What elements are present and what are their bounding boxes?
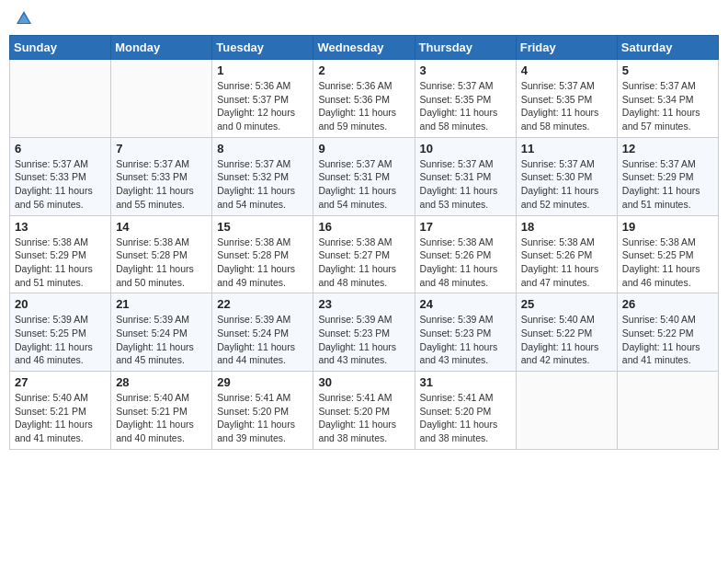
- day-number: 21: [116, 297, 207, 311]
- day-info: Sunrise: 5:37 AM Sunset: 5:33 PM Dayligh…: [15, 157, 106, 212]
- day-info: Sunrise: 5:39 AM Sunset: 5:23 PM Dayligh…: [420, 313, 511, 367]
- calendar-cell: 18 Sunrise: 5:38 AM Sunset: 5:26 PM Dayl…: [516, 215, 617, 293]
- day-info: Sunrise: 5:39 AM Sunset: 5:23 PM Dayligh…: [318, 313, 409, 367]
- calendar-cell: 10 Sunrise: 5:37 AM Sunset: 5:31 PM Dayl…: [415, 137, 516, 215]
- day-info: Sunrise: 5:38 AM Sunset: 5:28 PM Dayligh…: [116, 236, 207, 290]
- calendar-cell: 7 Sunrise: 5:37 AM Sunset: 5:33 PM Dayli…: [111, 137, 212, 215]
- day-info: Sunrise: 5:38 AM Sunset: 5:26 PM Dayligh…: [420, 236, 511, 290]
- calendar-cell: 29 Sunrise: 5:41 AM Sunset: 5:20 PM Dayl…: [212, 372, 313, 450]
- calendar-cell: 12 Sunrise: 5:37 AM Sunset: 5:29 PM Dayl…: [617, 137, 718, 215]
- day-number: 29: [217, 375, 308, 389]
- day-info: Sunrise: 5:39 AM Sunset: 5:25 PM Dayligh…: [15, 313, 106, 367]
- day-info: Sunrise: 5:41 AM Sunset: 5:20 PM Dayligh…: [217, 391, 308, 445]
- day-number: 12: [622, 142, 713, 155]
- day-info: Sunrise: 5:40 AM Sunset: 5:21 PM Dayligh…: [116, 391, 207, 445]
- weekday-header: Tuesday: [212, 36, 313, 60]
- calendar-cell: 21 Sunrise: 5:39 AM Sunset: 5:24 PM Dayl…: [111, 293, 212, 372]
- weekday-header: Saturday: [617, 36, 718, 60]
- calendar-week-row: 1 Sunrise: 5:36 AM Sunset: 5:37 PM Dayli…: [10, 60, 719, 138]
- day-number: 7: [116, 142, 207, 155]
- calendar-header-row: SundayMondayTuesdayWednesdayThursdayFrid…: [10, 36, 719, 60]
- calendar-cell: 6 Sunrise: 5:37 AM Sunset: 5:33 PM Dayli…: [10, 137, 111, 215]
- calendar-cell: 1 Sunrise: 5:36 AM Sunset: 5:37 PM Dayli…: [212, 60, 313, 138]
- day-info: Sunrise: 5:38 AM Sunset: 5:27 PM Dayligh…: [318, 236, 409, 290]
- day-number: 30: [318, 375, 409, 389]
- calendar-week-row: 27 Sunrise: 5:40 AM Sunset: 5:21 PM Dayl…: [10, 372, 719, 450]
- day-number: 31: [420, 375, 511, 389]
- day-info: Sunrise: 5:41 AM Sunset: 5:20 PM Dayligh…: [318, 391, 409, 445]
- day-number: 11: [521, 142, 612, 155]
- day-number: 2: [318, 63, 409, 77]
- day-info: Sunrise: 5:37 AM Sunset: 5:31 PM Dayligh…: [318, 157, 409, 212]
- day-number: 26: [622, 297, 713, 311]
- day-number: 16: [318, 220, 409, 234]
- day-number: 24: [420, 297, 511, 311]
- day-number: 9: [318, 142, 409, 155]
- calendar-cell: [516, 372, 617, 450]
- day-info: Sunrise: 5:36 AM Sunset: 5:36 PM Dayligh…: [318, 79, 409, 133]
- day-number: 6: [15, 142, 106, 155]
- day-number: 10: [420, 142, 511, 155]
- day-number: 23: [318, 297, 409, 311]
- day-number: 18: [521, 220, 612, 234]
- day-info: Sunrise: 5:37 AM Sunset: 5:35 PM Dayligh…: [420, 79, 511, 133]
- calendar-cell: 8 Sunrise: 5:37 AM Sunset: 5:32 PM Dayli…: [212, 137, 313, 215]
- logo-icon: [15, 9, 33, 28]
- day-info: Sunrise: 5:37 AM Sunset: 5:33 PM Dayligh…: [116, 157, 207, 212]
- day-info: Sunrise: 5:40 AM Sunset: 5:21 PM Dayligh…: [15, 391, 106, 445]
- day-info: Sunrise: 5:40 AM Sunset: 5:22 PM Dayligh…: [521, 313, 612, 367]
- calendar-week-row: 20 Sunrise: 5:39 AM Sunset: 5:25 PM Dayl…: [10, 293, 719, 372]
- calendar-cell: 2 Sunrise: 5:36 AM Sunset: 5:36 PM Dayli…: [313, 60, 415, 138]
- calendar-cell: [111, 60, 212, 138]
- calendar-cell: 25 Sunrise: 5:40 AM Sunset: 5:22 PM Dayl…: [516, 293, 617, 372]
- day-number: 1: [217, 63, 308, 77]
- weekday-header: Monday: [111, 36, 212, 60]
- day-number: 4: [521, 63, 612, 77]
- weekday-header: Wednesday: [313, 36, 415, 60]
- day-info: Sunrise: 5:37 AM Sunset: 5:29 PM Dayligh…: [622, 157, 713, 212]
- weekday-header: Sunday: [10, 36, 111, 60]
- day-number: 8: [217, 142, 308, 155]
- day-info: Sunrise: 5:37 AM Sunset: 5:34 PM Dayligh…: [622, 79, 713, 133]
- day-info: Sunrise: 5:37 AM Sunset: 5:30 PM Dayligh…: [521, 157, 612, 212]
- day-number: 5: [622, 63, 713, 77]
- day-info: Sunrise: 5:38 AM Sunset: 5:25 PM Dayligh…: [622, 236, 713, 290]
- day-number: 14: [116, 220, 207, 234]
- day-info: Sunrise: 5:38 AM Sunset: 5:28 PM Dayligh…: [217, 236, 308, 290]
- calendar-cell: 15 Sunrise: 5:38 AM Sunset: 5:28 PM Dayl…: [212, 215, 313, 293]
- day-info: Sunrise: 5:38 AM Sunset: 5:26 PM Dayligh…: [521, 236, 612, 290]
- calendar-cell: 24 Sunrise: 5:39 AM Sunset: 5:23 PM Dayl…: [415, 293, 516, 372]
- calendar-cell: 9 Sunrise: 5:37 AM Sunset: 5:31 PM Dayli…: [313, 137, 415, 215]
- calendar-cell: 17 Sunrise: 5:38 AM Sunset: 5:26 PM Dayl…: [415, 215, 516, 293]
- day-info: Sunrise: 5:41 AM Sunset: 5:20 PM Dayligh…: [420, 391, 511, 445]
- day-info: Sunrise: 5:38 AM Sunset: 5:29 PM Dayligh…: [15, 236, 106, 290]
- day-info: Sunrise: 5:40 AM Sunset: 5:22 PM Dayligh…: [622, 313, 713, 367]
- day-info: Sunrise: 5:39 AM Sunset: 5:24 PM Dayligh…: [217, 313, 308, 367]
- calendar-cell: 20 Sunrise: 5:39 AM Sunset: 5:25 PM Dayl…: [10, 293, 111, 372]
- page-header: [9, 9, 719, 28]
- day-info: Sunrise: 5:37 AM Sunset: 5:31 PM Dayligh…: [420, 157, 511, 212]
- calendar-cell: 3 Sunrise: 5:37 AM Sunset: 5:35 PM Dayli…: [415, 60, 516, 138]
- day-info: Sunrise: 5:39 AM Sunset: 5:24 PM Dayligh…: [116, 313, 207, 367]
- calendar-cell: 16 Sunrise: 5:38 AM Sunset: 5:27 PM Dayl…: [313, 215, 415, 293]
- calendar-cell: 26 Sunrise: 5:40 AM Sunset: 5:22 PM Dayl…: [617, 293, 718, 372]
- calendar-cell: [10, 60, 111, 138]
- day-number: 27: [15, 375, 106, 389]
- calendar-cell: 19 Sunrise: 5:38 AM Sunset: 5:25 PM Dayl…: [617, 215, 718, 293]
- day-info: Sunrise: 5:37 AM Sunset: 5:35 PM Dayligh…: [521, 79, 612, 133]
- calendar-week-row: 13 Sunrise: 5:38 AM Sunset: 5:29 PM Dayl…: [10, 215, 719, 293]
- calendar-cell: 28 Sunrise: 5:40 AM Sunset: 5:21 PM Dayl…: [111, 372, 212, 450]
- calendar-cell: 30 Sunrise: 5:41 AM Sunset: 5:20 PM Dayl…: [313, 372, 415, 450]
- calendar-cell: 23 Sunrise: 5:39 AM Sunset: 5:23 PM Dayl…: [313, 293, 415, 372]
- day-number: 15: [217, 220, 308, 234]
- calendar-cell: [617, 372, 718, 450]
- logo: [13, 9, 33, 28]
- calendar-cell: 22 Sunrise: 5:39 AM Sunset: 5:24 PM Dayl…: [212, 293, 313, 372]
- calendar-cell: 27 Sunrise: 5:40 AM Sunset: 5:21 PM Dayl…: [10, 372, 111, 450]
- calendar-cell: 5 Sunrise: 5:37 AM Sunset: 5:34 PM Dayli…: [617, 60, 718, 138]
- day-number: 17: [420, 220, 511, 234]
- day-number: 25: [521, 297, 612, 311]
- day-number: 19: [622, 220, 713, 234]
- calendar-week-row: 6 Sunrise: 5:37 AM Sunset: 5:33 PM Dayli…: [10, 137, 719, 215]
- weekday-header: Thursday: [415, 36, 516, 60]
